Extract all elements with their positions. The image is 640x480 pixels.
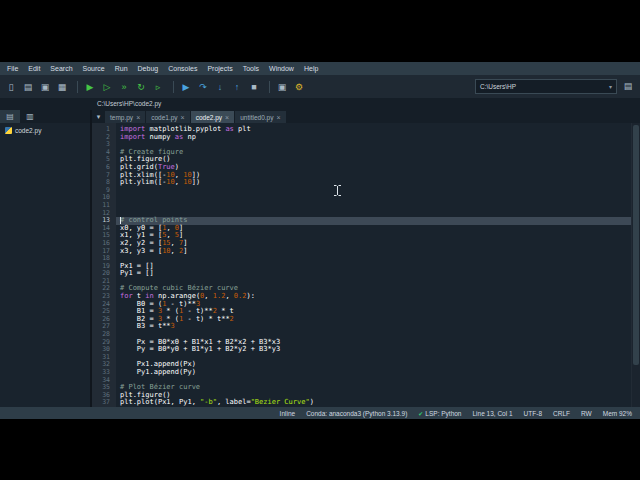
close-icon[interactable]: × [136,114,140,121]
code-line[interactable]: 4# Create figure [92,149,632,157]
run-file-button[interactable]: ▶ [83,79,97,95]
code-line[interactable]: 19Px1 = [] [92,263,632,271]
code-line[interactable]: 27 B3 = t**3 [92,323,632,331]
step-over-button[interactable]: ↷ [196,79,210,95]
menu-edit[interactable]: Edit [23,62,45,75]
menu-window[interactable]: Window [264,62,299,75]
code-text: x3, y3 = [10, 2] [116,248,632,256]
menu-projects[interactable]: Projects [202,62,237,75]
code-line[interactable]: 17x3, y3 = [10, 2] [92,248,632,256]
line-number[interactable]: 7 [92,172,116,180]
close-icon[interactable]: × [276,114,280,121]
backend-status-text: Inline [280,410,296,417]
permissions-status-text: RW [581,410,592,417]
line-number[interactable]: 37 [92,399,116,407]
save-file-button[interactable]: ▣ [38,79,52,95]
menu-run[interactable]: Run [110,62,133,75]
code-line[interactable]: 33 Py1.append(Py) [92,369,632,377]
new-file-button[interactable]: ▯ [4,79,18,95]
line-number[interactable]: 8 [92,179,116,187]
code-line[interactable]: 10 [92,194,632,202]
step-out-button[interactable]: ↑ [230,79,244,95]
close-icon[interactable]: × [181,114,185,121]
stop-debug-button[interactable]: ■ [247,79,261,95]
code-text: # Create figure [116,149,632,157]
permissions-status[interactable]: RW [581,410,592,417]
editor-tab-temppy[interactable]: temp.py× [105,111,145,123]
step-into-button[interactable]: ↓ [213,79,227,95]
lsp-status[interactable]: ✔LSP: Python [418,410,461,417]
toolbar-icons: ▯▤▣▦▶▷»↻▹▶↷↓↑■▣⚙ [4,79,309,95]
new-file-icon: ▯ [9,82,14,92]
run-selection-icon: ▹ [156,82,161,92]
code-text: # control points [116,217,632,225]
cursor-position-status[interactable]: Line 13, Col 1 [472,410,512,417]
menu-source[interactable]: Source [78,62,110,75]
letterbox-bottom [0,419,640,480]
menu-file[interactable]: File [2,62,23,75]
editor-tab-code2py[interactable]: code2.py× [191,111,234,123]
file-item-label: code2.py [15,127,41,134]
line-number[interactable]: 3 [92,141,116,149]
run-cell-advance-button[interactable]: » [117,79,131,95]
encoding-status-text: UTF-8 [524,410,542,417]
maximize-pane-button[interactable]: ▣ [275,79,289,95]
memory-status-text: Mem 92% [603,410,632,417]
run-selection-button[interactable]: ▹ [151,79,165,95]
cursor-position-status-text: Line 13, Col 1 [472,410,512,417]
close-icon[interactable]: × [225,114,229,121]
line-number[interactable]: 4 [92,149,116,157]
status-bar: InlineConda: anaconda3 (Python 3.13.9)✔L… [0,407,640,419]
code-text: plt.plot(Px1, Py1, "-b", label="Bezier C… [116,399,632,407]
code-line[interactable]: 35# Plot Bézier curve [92,384,632,392]
code-text [116,202,632,210]
line-number[interactable]: 1 [92,126,116,134]
sidebar-tab-2[interactable]: ▥ [20,110,40,123]
code-line[interactable]: 20Py1 = [] [92,270,632,278]
code-line[interactable]: 9 [92,187,632,195]
menu-help[interactable]: Help [299,62,323,75]
browse-tabs-button[interactable]: ▾ [92,110,105,123]
code-line[interactable]: 18 [92,255,632,263]
working-directory-combobox[interactable]: C:\Users\HP ▾ [475,79,617,94]
sidebar-tab-1[interactable]: ▤ [0,110,20,123]
rerun-cell-button[interactable]: ↻ [134,79,148,95]
menu-tools[interactable]: Tools [238,62,264,75]
editor-tab-code1py[interactable]: code1.py× [146,111,189,123]
code-line[interactable]: 8plt.ylim([-10, 10]) [92,179,632,187]
browse-directory-button[interactable]: ▤ [620,79,636,94]
conda-env-status[interactable]: Conda: anaconda3 (Python 3.13.9) [306,410,407,417]
step-into-icon: ↓ [218,82,223,92]
toolbar-separator [77,81,78,93]
menu-debug[interactable]: Debug [133,62,164,75]
code-line[interactable]: 2import numpy as np [92,134,632,142]
run-cell-button[interactable]: ▷ [100,79,114,95]
scrollbar-thumb[interactable] [633,125,639,365]
encoding-status[interactable]: UTF-8 [524,410,542,417]
menu-search[interactable]: Search [45,62,77,75]
preferences-button[interactable]: ⚙ [292,79,306,95]
line-number[interactable]: 2 [92,134,116,142]
code-text [116,194,632,202]
line-number[interactable]: 5 [92,156,116,164]
spyder-window: FileEditSearchSourceRunDebugConsolesProj… [0,62,640,419]
memory-status[interactable]: Mem 92% [603,410,632,417]
save-all-button[interactable]: ▦ [55,79,69,95]
editor-tab-untitled0py[interactable]: untitled0.py× [235,111,285,123]
code-editor[interactable]: 1import matplotlib.pyplot as plt2import … [92,123,640,407]
debug-file-button[interactable]: ▶ [179,79,193,95]
backend-status[interactable]: Inline [280,410,296,417]
menu-consoles[interactable]: Consoles [163,62,202,75]
code-text: Py1.append(Py) [116,369,632,377]
code-line[interactable]: 11 [92,202,632,210]
file-item[interactable]: code2.py [0,123,90,138]
code-text [116,141,632,149]
eol-status-text: CRLF [553,410,570,417]
code-text: plt.ylim([-10, 10]) [116,179,632,187]
line-number[interactable]: 6 [92,164,116,172]
open-file-button[interactable]: ▤ [21,79,35,95]
code-line[interactable]: 30 Py = B0*y0 + B1*y1 + B2*y2 + B3*y3 [92,346,632,354]
editor-scrollbar[interactable] [631,123,640,407]
code-line[interactable]: 37plt.plot(Px1, Py1, "-b", label="Bezier… [92,399,632,407]
eol-status[interactable]: CRLF [553,410,570,417]
